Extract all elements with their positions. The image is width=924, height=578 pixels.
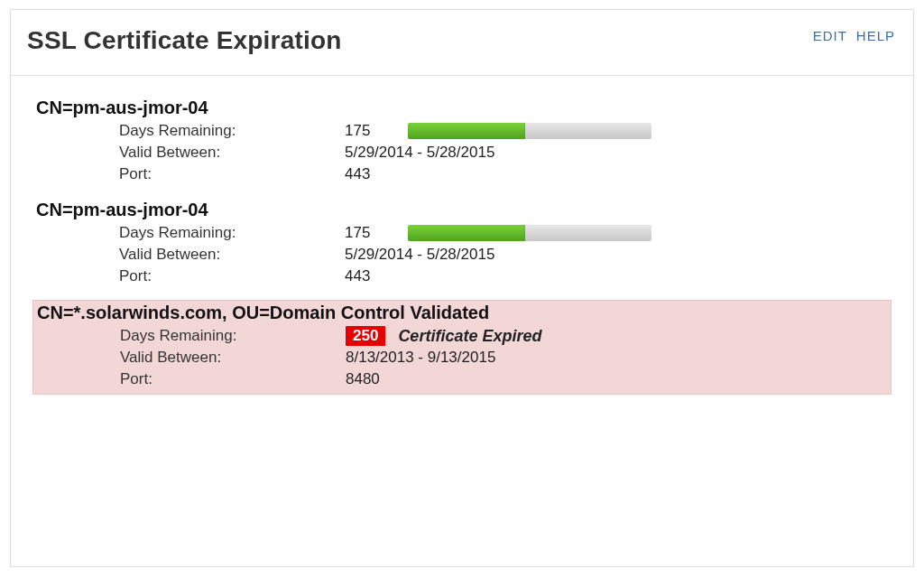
value-days-remaining: 175 <box>345 122 651 140</box>
row-valid-between: Valid Between: 5/29/2014 - 5/28/2015 <box>36 142 888 163</box>
expired-text: Certificate Expired <box>398 327 541 346</box>
value-valid-between: 5/29/2014 - 5/28/2015 <box>345 144 494 162</box>
certificate-name: CN=pm-aus-jmor-04 <box>36 98 888 118</box>
value-days-remaining: 250 Certificate Expired <box>346 326 541 346</box>
label-port: Port: <box>120 370 346 388</box>
progress-fill <box>408 225 525 241</box>
certificate-block: CN=pm-aus-jmor-04 Days Remaining: 175 Va… <box>32 96 892 189</box>
label-days-remaining: Days Remaining: <box>119 224 345 242</box>
row-days-remaining: Days Remaining: 175 <box>36 120 888 142</box>
row-days-remaining: Days Remaining: 250 Certificate Expired <box>37 325 887 347</box>
days-number: 175 <box>345 122 404 140</box>
value-port: 443 <box>345 267 370 285</box>
value-valid-between: 8/13/2013 - 9/13/2015 <box>346 349 495 367</box>
ssl-expiration-panel: SSL Certificate Expiration EDIT HELP CN=… <box>10 9 914 567</box>
progress-bar <box>408 225 651 241</box>
row-days-remaining: Days Remaining: 175 <box>36 222 888 244</box>
expired-badge: 250 <box>346 326 385 346</box>
row-port: Port: 443 <box>36 266 888 287</box>
certificate-block: CN=pm-aus-jmor-04 Days Remaining: 175 Va… <box>32 198 892 291</box>
row-port: Port: 8480 <box>37 368 887 390</box>
label-port: Port: <box>119 165 345 183</box>
help-link[interactable]: HELP <box>856 28 895 43</box>
edit-link[interactable]: EDIT <box>813 28 847 43</box>
value-valid-between: 5/29/2014 - 5/28/2015 <box>345 246 494 264</box>
certificate-name: CN=*.solarwinds.com, OU=Domain Control V… <box>37 303 887 323</box>
certificate-block-expired: CN=*.solarwinds.com, OU=Domain Control V… <box>32 300 892 395</box>
row-valid-between: Valid Between: 5/29/2014 - 5/28/2015 <box>36 244 888 266</box>
page-title: SSL Certificate Expiration <box>27 26 342 55</box>
label-days-remaining: Days Remaining: <box>119 122 345 140</box>
row-port: Port: 443 <box>36 163 888 185</box>
panel-content: CN=pm-aus-jmor-04 Days Remaining: 175 Va… <box>11 76 913 395</box>
panel-actions: EDIT HELP <box>813 26 895 43</box>
value-port: 443 <box>345 165 370 183</box>
value-port: 8480 <box>346 370 380 388</box>
panel-header: SSL Certificate Expiration EDIT HELP <box>11 10 913 76</box>
days-number: 175 <box>345 224 404 242</box>
row-valid-between: Valid Between: 8/13/2013 - 9/13/2015 <box>37 347 887 368</box>
certificate-name: CN=pm-aus-jmor-04 <box>36 200 888 220</box>
label-valid-between: Valid Between: <box>119 246 345 264</box>
progress-fill <box>408 123 525 139</box>
label-days-remaining: Days Remaining: <box>120 327 346 345</box>
label-valid-between: Valid Between: <box>119 144 345 162</box>
progress-bar <box>408 123 651 139</box>
label-valid-between: Valid Between: <box>120 349 346 367</box>
value-days-remaining: 175 <box>345 224 651 242</box>
label-port: Port: <box>119 267 345 285</box>
